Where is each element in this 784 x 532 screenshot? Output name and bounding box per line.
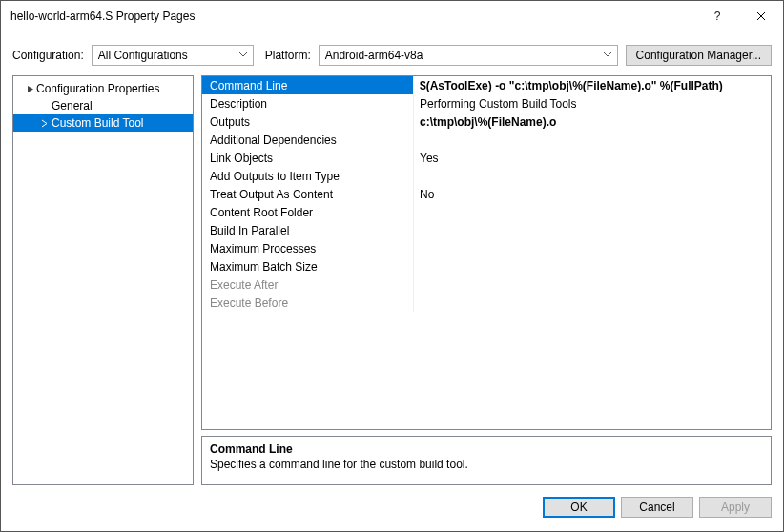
main-area: Configuration Properties General Custom …: [1, 75, 783, 493]
help-button[interactable]: ?: [695, 1, 739, 31]
property-value[interactable]: [414, 203, 771, 221]
property-label: Additional Dependencies: [202, 131, 414, 149]
window-title: hello-world-arm64.S Property Pages: [10, 10, 695, 23]
property-value[interactable]: Performing Custom Build Tools: [414, 94, 771, 113]
tree-item-custom-build-tool[interactable]: Custom Build Tool: [13, 114, 193, 132]
property-label: Maximum Processes: [202, 239, 414, 257]
property-row[interactable]: Additional Dependencies: [202, 131, 771, 149]
property-grid[interactable]: Command Line$(AsToolExe) -o "c:\tmp\obj\…: [201, 75, 772, 430]
ok-button[interactable]: OK: [543, 497, 615, 518]
property-value[interactable]: [414, 276, 771, 294]
tree-pane[interactable]: Configuration Properties General Custom …: [12, 75, 194, 485]
property-row[interactable]: DescriptionPerforming Custom Build Tools: [202, 94, 771, 113]
property-value[interactable]: [414, 294, 771, 312]
property-label: Execute After: [202, 276, 414, 294]
property-pages-dialog: hello-world-arm64.S Property Pages ? Con…: [0, 0, 784, 532]
tree-root-label: Configuration Properties: [36, 82, 159, 95]
dialog-buttons: OK Cancel Apply: [1, 493, 783, 531]
configuration-manager-button[interactable]: Configuration Manager...: [626, 45, 772, 66]
property-label: Content Root Folder: [202, 203, 414, 221]
property-row[interactable]: Build In Parallel: [202, 221, 771, 239]
help-title: Command Line: [210, 442, 763, 456]
property-label: Add Outputs to Item Type: [202, 167, 414, 185]
property-row[interactable]: Add Outputs to Item Type: [202, 167, 771, 185]
property-value[interactable]: No: [414, 185, 771, 203]
platform-label: Platform:: [265, 49, 311, 62]
collapse-icon: [25, 85, 36, 93]
configuration-label: Configuration:: [12, 49, 84, 62]
configuration-combo[interactable]: All Configurations: [92, 45, 254, 66]
property-label: Link Objects: [202, 149, 414, 167]
property-row[interactable]: Maximum Batch Size: [202, 257, 771, 276]
tree-root[interactable]: Configuration Properties: [13, 80, 193, 97]
property-value[interactable]: [414, 167, 771, 185]
property-row[interactable]: Content Root Folder: [202, 203, 771, 221]
property-value[interactable]: c:\tmp\obj\%(FileName).o: [414, 113, 771, 131]
property-value[interactable]: [414, 221, 771, 239]
property-value[interactable]: Yes: [414, 149, 771, 167]
tree-item-general[interactable]: General: [13, 97, 193, 114]
configuration-bar: Configuration: All Configurations Platfo…: [1, 31, 783, 75]
property-label: Description: [202, 94, 414, 113]
property-pane: Command Line$(AsToolExe) -o "c:\tmp\obj\…: [201, 75, 772, 485]
property-label: Outputs: [202, 113, 414, 131]
tree-item-label: Custom Build Tool: [52, 116, 144, 130]
property-row[interactable]: Execute Before: [202, 294, 771, 312]
property-value[interactable]: [414, 257, 771, 276]
apply-button[interactable]: Apply: [699, 497, 772, 518]
property-label: Execute Before: [202, 294, 414, 312]
property-label: Command Line: [202, 76, 414, 94]
help-text: Specifies a command line for the custom …: [210, 458, 763, 471]
close-icon: [756, 11, 766, 21]
expand-icon: [38, 119, 50, 128]
close-button[interactable]: [739, 1, 783, 31]
titlebar: hello-world-arm64.S Property Pages ?: [1, 1, 783, 31]
property-value[interactable]: $(AsToolExe) -o "c:\tmp\obj\%(FileName).…: [414, 76, 771, 94]
property-row[interactable]: Execute After: [202, 276, 771, 294]
property-label: Maximum Batch Size: [202, 257, 414, 276]
platform-combo[interactable]: Android-arm64-v8a: [319, 45, 618, 66]
property-row[interactable]: Maximum Processes: [202, 239, 771, 257]
help-box: Command Line Specifies a command line fo…: [201, 436, 772, 485]
cancel-button[interactable]: Cancel: [621, 497, 693, 518]
property-row[interactable]: Command Line$(AsToolExe) -o "c:\tmp\obj\…: [202, 76, 771, 94]
property-label: Treat Output As Content: [202, 185, 414, 203]
property-label: Build In Parallel: [202, 221, 414, 239]
property-row[interactable]: Outputsc:\tmp\obj\%(FileName).o: [202, 113, 771, 131]
property-row[interactable]: Treat Output As ContentNo: [202, 185, 771, 203]
tree-item-label: General: [52, 99, 93, 113]
property-row[interactable]: Link ObjectsYes: [202, 149, 771, 167]
property-value[interactable]: [414, 131, 771, 149]
help-icon: ?: [714, 10, 721, 23]
property-value[interactable]: [414, 239, 771, 257]
